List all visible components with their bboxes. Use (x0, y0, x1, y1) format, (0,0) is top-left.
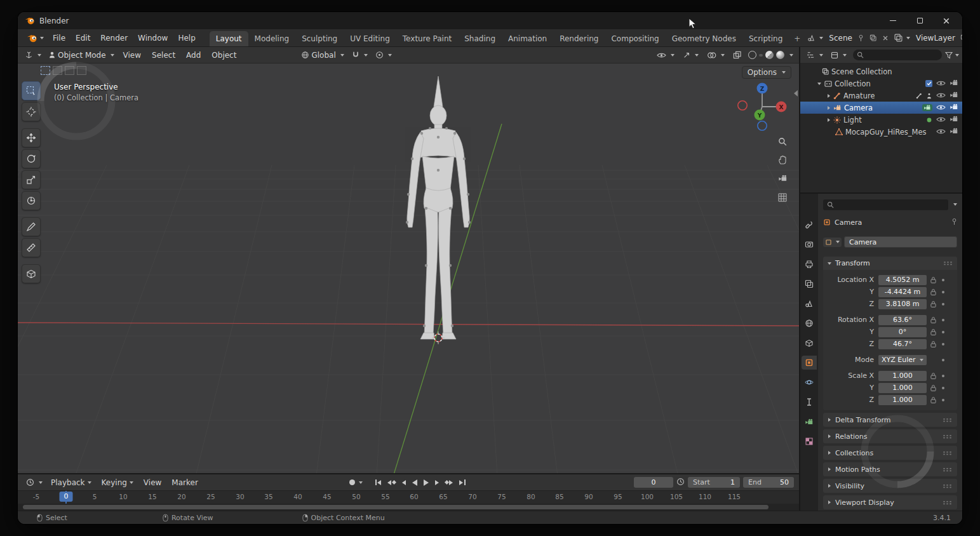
lock-icon[interactable] (927, 276, 939, 284)
transform-panel-header[interactable]: Transform (823, 257, 957, 270)
tab-animation[interactable]: Animation (502, 31, 553, 46)
play-button[interactable] (421, 477, 431, 488)
shading-solid-button[interactable] (759, 54, 763, 57)
menu-edit[interactable]: Edit (70, 32, 95, 44)
lock-icon[interactable] (927, 384, 939, 392)
playback-sync-icon[interactable] (676, 478, 685, 488)
light-data-icon[interactable] (926, 117, 932, 123)
window-titlebar[interactable]: Blender (18, 12, 962, 29)
panel-drag-grip[interactable] (943, 467, 952, 472)
scene-name[interactable]: Scene (827, 34, 854, 43)
tab-scene-properties[interactable] (802, 297, 817, 311)
tool-scale[interactable] (22, 170, 41, 189)
lock-icon[interactable] (927, 316, 939, 324)
tool-move[interactable] (22, 128, 41, 147)
outliner-editor-type-button[interactable] (803, 49, 826, 62)
current-frame-field[interactable]: 0 (634, 477, 673, 488)
outliner-row-armature[interactable]: Amature (800, 90, 962, 102)
close-button[interactable] (933, 12, 960, 29)
auto-keying-button[interactable] (347, 477, 365, 488)
tab-sculpting[interactable]: Sculpting (295, 31, 344, 46)
armature-data-icon[interactable] (916, 93, 922, 99)
show-gizmo-dropdown[interactable] (680, 49, 702, 62)
hide-in-viewport-icon[interactable] (936, 116, 946, 124)
collection-checkbox[interactable] (925, 80, 932, 87)
tool-annotate[interactable] (22, 217, 41, 236)
scale-y-field[interactable]: 1.000 (878, 383, 927, 393)
shading-dropdown-chevron[interactable] (789, 54, 793, 57)
jump-to-end-button[interactable] (457, 477, 468, 488)
outliner-row-collection[interactable]: Collection (800, 77, 962, 90)
tool-add-cube[interactable] (22, 264, 41, 283)
tool-measure[interactable] (22, 238, 41, 257)
proportional-editing-button[interactable] (372, 49, 395, 62)
unlink-scene-icon[interactable] (880, 33, 890, 43)
tab-compositing[interactable]: Compositing (605, 31, 665, 46)
prev-keyframe-button[interactable] (385, 478, 398, 488)
outliner-row-scene-collection[interactable]: Scene Collection (800, 65, 962, 77)
tab-modeling[interactable]: Modeling (248, 31, 296, 46)
tool-rotate[interactable] (22, 149, 41, 168)
viewport-options-button[interactable]: Options (742, 66, 791, 79)
rotation-y-field[interactable]: 0° (878, 327, 927, 337)
panel-drag-grip[interactable] (943, 484, 952, 488)
disable-in-render-icon[interactable] (950, 116, 958, 124)
menu-view[interactable]: View (118, 49, 146, 62)
menu-view-timeline[interactable]: View (138, 476, 166, 489)
section-relations[interactable]: Relations (823, 429, 957, 443)
disable-in-render-icon[interactable] (950, 91, 958, 100)
disable-in-render-icon[interactable] (950, 104, 958, 112)
tab-physics-properties[interactable] (802, 375, 817, 389)
tab-layout[interactable]: Layout (210, 31, 248, 46)
mode-dropdown[interactable]: Object Mode (45, 49, 117, 62)
outliner-search-input[interactable] (853, 50, 942, 60)
menu-keying[interactable]: Keying (97, 476, 138, 489)
menu-render[interactable]: Render (95, 32, 133, 44)
rotation-mode-dropdown[interactable]: XYZ Euler (878, 355, 927, 365)
frame-start-field[interactable]: Start1 (688, 477, 740, 488)
animate-dot[interactable] (939, 399, 947, 401)
menu-playback[interactable]: Playback (46, 476, 97, 489)
disable-in-render-icon[interactable] (950, 128, 958, 137)
timeline-playhead[interactable]: 0 (65, 491, 67, 504)
breadcrumb-object-name[interactable]: Camera (835, 218, 862, 227)
expander-icon[interactable] (828, 118, 830, 122)
tool-transform[interactable] (22, 191, 41, 210)
menu-help[interactable]: Help (173, 32, 200, 44)
pose-icon[interactable] (926, 93, 932, 99)
expander-icon[interactable] (828, 106, 830, 110)
tab-texture-paint[interactable]: Texture Paint (396, 31, 458, 46)
viewport-editor-type-button[interactable] (22, 49, 44, 62)
new-view-layer-icon[interactable] (959, 33, 962, 43)
scene-browse-button[interactable] (805, 32, 825, 43)
menu-marker[interactable]: Marker (166, 476, 203, 489)
expander-icon[interactable] (817, 83, 821, 85)
maximize-button[interactable] (906, 12, 933, 29)
menu-select[interactable]: Select (147, 49, 180, 62)
mocap-figure[interactable] (384, 75, 492, 348)
snap-toggle-button[interactable] (349, 49, 371, 62)
disable-in-render-icon[interactable] (950, 79, 958, 88)
animate-dot[interactable] (939, 359, 947, 361)
hide-in-viewport-icon[interactable] (936, 128, 946, 137)
lock-icon[interactable] (927, 300, 939, 308)
menu-object[interactable]: Object (206, 49, 241, 62)
menu-file[interactable]: File (48, 32, 70, 44)
next-frame-button[interactable] (433, 478, 441, 488)
tab-tool-properties[interactable] (802, 218, 817, 232)
view-layer-browse-button[interactable] (892, 32, 912, 43)
tool-cursor[interactable] (22, 102, 41, 121)
tab-output-properties[interactable] (802, 257, 817, 271)
blender-menu-button[interactable] (23, 34, 48, 43)
panel-drag-grip[interactable] (943, 500, 952, 505)
hide-in-viewport-icon[interactable] (936, 104, 946, 112)
expander-icon[interactable] (828, 94, 830, 98)
shading-wireframe-button[interactable] (748, 51, 756, 59)
location-x-field[interactable]: 4.5052 m (878, 275, 927, 285)
next-keyframe-button[interactable] (443, 478, 456, 488)
outliner-display-mode-button[interactable] (828, 49, 850, 62)
animate-dot[interactable] (939, 303, 947, 305)
animate-dot[interactable] (939, 331, 947, 333)
animate-dot[interactable] (939, 291, 947, 293)
section-collections[interactable]: Collections (823, 446, 957, 460)
